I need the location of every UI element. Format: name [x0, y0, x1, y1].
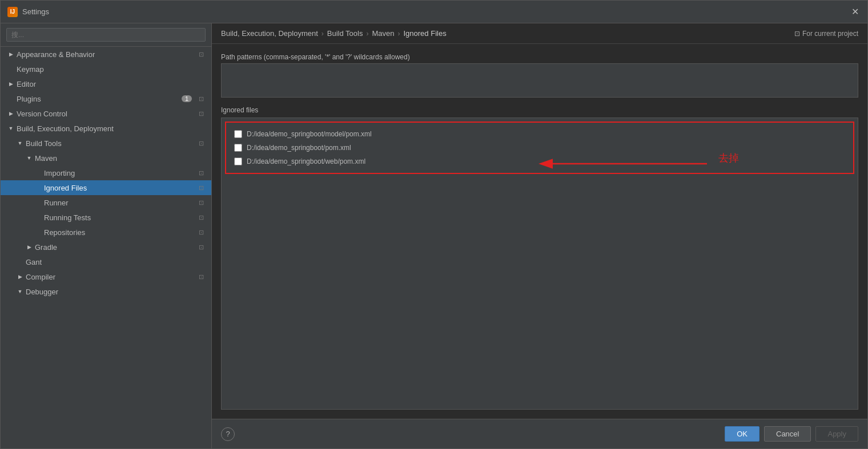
title-bar: IJ Settings ✕: [1, 1, 867, 23]
breadcrumb-bar: Build, Execution, Deployment › Build Too…: [212, 23, 867, 44]
search-input[interactable]: [6, 28, 206, 42]
arrow-icon: ▼: [15, 139, 25, 148]
copy-icon: ⊡: [196, 109, 206, 118]
dialog-title: Settings: [22, 7, 849, 16]
arrow-icon: [34, 228, 43, 237]
sidebar-item-gant[interactable]: Gant: [1, 254, 211, 269]
sidebar-item-label: Compiler: [26, 273, 194, 281]
sidebar-item-keymap[interactable]: Keymap: [1, 62, 211, 76]
arrow-icon: ▶: [6, 50, 15, 59]
sidebar-item-label: Keymap: [17, 65, 206, 74]
sidebar-item-debugger[interactable]: ▼ Debugger: [1, 284, 211, 299]
sidebar-item-plugins[interactable]: Plugins 1 ⊡: [1, 91, 211, 106]
file-path-1: D:/idea/demo_springboot/model/pom.xml: [247, 130, 372, 138]
breadcrumb-maven[interactable]: Maven: [372, 29, 394, 38]
ignored-files-label: Ignored files: [221, 106, 858, 114]
ok-button[interactable]: OK: [725, 426, 760, 442]
path-patterns-section: Path patterns (comma-separated, '*' and …: [221, 53, 858, 99]
copy-icon: ⊡: [196, 94, 206, 103]
breadcrumb-ignored-files[interactable]: Ignored Files: [403, 29, 446, 38]
sidebar-item-appearance[interactable]: ▶ Appearance & Behavior ⊡: [1, 47, 211, 62]
breadcrumb-sep1: ›: [322, 30, 324, 38]
settings-tree: ▶ Appearance & Behavior ⊡ Keymap ▶ Edito…: [1, 47, 211, 448]
sidebar-item-editor[interactable]: ▶ Editor: [1, 76, 211, 91]
sidebar: ▶ Appearance & Behavior ⊡ Keymap ▶ Edito…: [1, 23, 212, 448]
file-checkbox-2[interactable]: [234, 144, 242, 152]
main-content: Build, Execution, Deployment › Build Too…: [212, 23, 867, 448]
highlight-box: D:/idea/demo_springboot/model/pom.xml D:…: [225, 122, 854, 174]
sidebar-item-label: Build, Execution, Deployment: [17, 124, 206, 133]
sidebar-item-compiler[interactable]: ▶ Compiler ⊡: [1, 269, 211, 284]
path-patterns-label: Path patterns (comma-separated, '*' and …: [221, 53, 858, 61]
sidebar-item-label: Appearance & Behavior: [17, 50, 194, 59]
file-path-2: D:/idea/demo_springboot/pom.xml: [247, 144, 351, 152]
arrow-icon: ▶: [25, 242, 34, 252]
dialog-body: ▶ Appearance & Behavior ⊡ Keymap ▶ Edito…: [1, 23, 867, 448]
breadcrumb-sep3: ›: [397, 30, 400, 38]
copy-icon: ⊡: [196, 198, 206, 207]
file-item-1: D:/idea/demo_springboot/model/pom.xml: [231, 127, 849, 141]
arrow-icon: ▶: [6, 109, 15, 118]
copy-icon: ⊡: [196, 213, 206, 222]
sidebar-item-ignored-files[interactable]: Ignored Files ⊡: [1, 180, 211, 195]
help-button[interactable]: ?: [221, 427, 235, 441]
arrow-icon: [6, 94, 15, 103]
path-patterns-input[interactable]: [221, 63, 858, 98]
sidebar-item-label: Importing: [44, 169, 194, 177]
breadcrumb-sep2: ›: [366, 30, 368, 38]
arrow-icon: ▶: [6, 79, 15, 88]
copy-icon: ⊡: [196, 183, 206, 192]
plugins-badge: 1: [182, 95, 192, 102]
sidebar-item-label: Gant: [26, 258, 206, 266]
cancel-button[interactable]: Cancel: [764, 426, 811, 442]
apply-button[interactable]: Apply: [815, 426, 858, 442]
sidebar-item-label: Ignored Files: [44, 184, 194, 192]
sidebar-item-importing[interactable]: Importing ⊡: [1, 165, 211, 180]
file-item-3: D:/idea/demo_springboot/web/pom.xml: [231, 155, 849, 168]
breadcrumb-build-exec[interactable]: Build, Execution, Deployment: [221, 29, 318, 38]
file-path-3: D:/idea/demo_springboot/web/pom.xml: [247, 157, 365, 165]
arrow-icon: ▼: [15, 287, 25, 296]
file-item-2: D:/idea/demo_springboot/pom.xml: [231, 141, 849, 155]
sidebar-item-running-tests[interactable]: Running Tests ⊡: [1, 210, 211, 225]
sidebar-item-label: Gradle: [35, 243, 194, 252]
for-project-label: For current project: [802, 30, 858, 38]
copy-icon: ⊡: [196, 228, 206, 237]
sidebar-item-build-tools[interactable]: ▼ Build Tools ⊡: [1, 136, 211, 151]
close-button[interactable]: ✕: [849, 6, 861, 18]
sidebar-item-version-control[interactable]: ▶ Version Control ⊡: [1, 106, 211, 121]
arrow-icon: ▼: [25, 153, 34, 163]
sidebar-item-label: Build Tools: [26, 139, 194, 148]
sidebar-item-runner[interactable]: Runner ⊡: [1, 195, 211, 210]
copy-icon: ⊡: [196, 50, 206, 59]
arrow-icon: [15, 257, 25, 266]
sidebar-item-build-exec[interactable]: ▼ Build, Execution, Deployment: [1, 121, 211, 136]
copy-icon: ⊡: [196, 242, 206, 252]
settings-dialog: IJ Settings ✕ ▶ Appearance & Behavior ⊡ …: [0, 0, 868, 449]
arrow-icon: [34, 168, 43, 177]
file-checkbox-3[interactable]: [234, 157, 242, 165]
copy-icon: ⊡: [196, 139, 206, 148]
arrow-icon: [34, 198, 43, 207]
ignored-files-container: D:/idea/demo_springboot/model/pom.xml D:…: [221, 118, 858, 410]
sidebar-item-label: Running Tests: [44, 213, 194, 222]
sidebar-item-repositories[interactable]: Repositories ⊡: [1, 225, 211, 240]
arrow-icon: [34, 183, 43, 192]
sidebar-item-label: Repositories: [44, 228, 194, 237]
for-project-badge: ⊡ For current project: [794, 30, 858, 38]
app-icon: IJ: [7, 7, 18, 17]
breadcrumb-build-tools[interactable]: Build Tools: [327, 29, 363, 38]
sidebar-item-label: Editor: [17, 80, 206, 88]
search-box: [1, 23, 211, 47]
arrow-icon: ▶: [15, 272, 25, 281]
sidebar-item-maven[interactable]: ▼ Maven: [1, 151, 211, 165]
arrow-icon: ▼: [6, 124, 15, 133]
arrow-icon: [6, 64, 15, 74]
sidebar-item-gradle[interactable]: ▶ Gradle ⊡: [1, 240, 211, 254]
bottom-bar: ? OK Cancel Apply: [212, 419, 867, 448]
content-area: Path patterns (comma-separated, '*' and …: [212, 44, 867, 419]
file-checkbox-1[interactable]: [234, 130, 242, 138]
copy-icon: ⊡: [196, 168, 206, 177]
sidebar-item-label: Runner: [44, 199, 194, 207]
arrow-icon: [34, 213, 43, 222]
